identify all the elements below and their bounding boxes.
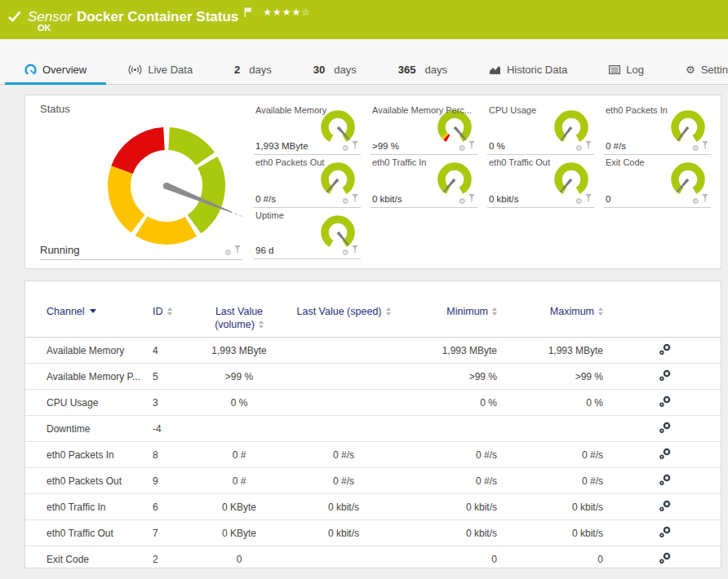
- tab-overview[interactable]: Overview: [24, 64, 87, 84]
- channel-row-downtime[interactable]: Downtime-4: [25, 416, 721, 442]
- channel-row-exit-code[interactable]: Exit Code2000: [25, 546, 721, 569]
- cell-last_speed: [285, 364, 402, 390]
- gear-icon[interactable]: ⚙: [575, 197, 583, 206]
- gear-icon[interactable]: ⚙: [459, 197, 466, 206]
- cell-minimum: [402, 416, 502, 442]
- gear-icon[interactable]: ⚙: [692, 197, 699, 206]
- cell-channel: Exit Code: [25, 546, 153, 569]
- gauge-last-value: 0: [606, 194, 610, 204]
- flag-icon[interactable]: [244, 6, 253, 20]
- column-header-last-value[interactable]: Last Value(volume): [193, 281, 285, 338]
- channel-row-cpu-usage[interactable]: CPU Usage30 %0 %0 %: [25, 390, 721, 416]
- channel-gauge-cell[interactable]: Available Memory 1,993 MByte ⚙: [254, 103, 361, 155]
- gauge-channel-title: Exit Code: [606, 157, 645, 167]
- gauge-last-value: 1,993 MByte: [255, 141, 309, 151]
- gear-icon[interactable]: ⚙: [224, 249, 232, 257]
- channel-row-eth0-packets-in[interactable]: eth0 Packets In80 #0 #/s0 #/s0 #/s: [25, 442, 721, 468]
- channel-row-available-memory-p-[interactable]: Available Memory P...5>99 %>99 %>99 %: [25, 364, 721, 390]
- channel-settings-gears-icon[interactable]: [659, 399, 672, 410]
- cell-last_speed: [285, 390, 402, 416]
- pin-icon[interactable]: [352, 138, 358, 152]
- pin-icon[interactable]: [468, 138, 475, 152]
- tab-365-days[interactable]: 365days: [398, 64, 447, 84]
- cell-minimum: 0 %: [402, 390, 502, 416]
- log-icon: [609, 65, 620, 74]
- channel-gauge-cell[interactable]: Exit Code 0 ⚙: [604, 155, 711, 208]
- column-header-maximum[interactable]: Maximum: [502, 281, 608, 338]
- gauge-channel-title: Available Memory: [255, 105, 326, 115]
- gauge-channel-title: Available Memory Perc...: [372, 105, 472, 115]
- pin-icon[interactable]: [352, 242, 358, 257]
- gauges-panel: Status Running ⚙ Available Memory 1,993 …: [24, 95, 721, 269]
- cell-channel: eth0 Traffic In: [25, 494, 153, 520]
- gear-icon[interactable]: ⚙: [342, 197, 349, 206]
- gear-icon: ⚙: [686, 66, 695, 74]
- pin-icon[interactable]: [352, 191, 358, 206]
- channels-table-panel: ChannelIDLast Value(volume)Last Value (s…: [24, 281, 721, 568]
- cell-id: 9: [153, 468, 193, 494]
- channel-gauge-cell[interactable]: eth0 Packets Out 0 #/s ⚙: [254, 155, 361, 208]
- column-header-channel[interactable]: Channel: [25, 281, 153, 338]
- channel-settings-gears-icon[interactable]: [659, 555, 672, 567]
- cell-minimum: 0 kbit/s: [402, 520, 502, 546]
- cell-last_volume: [193, 416, 285, 442]
- channel-settings-gears-icon[interactable]: [659, 373, 672, 384]
- tab-log[interactable]: Log: [609, 64, 644, 84]
- cell-minimum: 1,993 MByte: [402, 338, 502, 364]
- channel-gauge-cell[interactable]: eth0 Traffic Out 0 kbit/s ⚙: [487, 155, 594, 208]
- pin-icon[interactable]: [468, 191, 475, 206]
- channel-gauge-cell[interactable]: CPU Usage 0 % ⚙: [487, 103, 594, 155]
- pin-icon[interactable]: [585, 138, 592, 152]
- pin-icon[interactable]: [234, 242, 241, 257]
- channel-gauge-cell[interactable]: Available Memory Perc... >99 % ⚙: [371, 103, 477, 155]
- channel-settings-gears-icon[interactable]: [659, 529, 672, 541]
- pin-icon[interactable]: [585, 191, 592, 206]
- cell-id: 8: [153, 442, 193, 468]
- channel-row-eth0-traffic-in[interactable]: eth0 Traffic In60 KByte0 kbit/s0 kbit/s0…: [25, 494, 721, 520]
- channel-gauge-cell[interactable]: Uptime 96 d ⚙: [254, 208, 361, 259]
- gauge-last-value: 0 #/s: [606, 141, 626, 151]
- channel-row-available-memory[interactable]: Available Memory41,993 MByte1,993 MByte1…: [25, 338, 721, 364]
- column-header-id[interactable]: ID: [153, 281, 193, 338]
- tab-bar: Overview Live Data2days30days365days His…: [0, 39, 728, 85]
- cell-last_speed: [285, 338, 402, 364]
- tab-live-data[interactable]: Live Data: [128, 64, 193, 84]
- channel-settings-gears-icon[interactable]: [659, 347, 672, 358]
- tab-settings[interactable]: ⚙Settings: [686, 64, 728, 84]
- gear-icon[interactable]: ⚙: [575, 144, 583, 152]
- tab-label: days: [249, 64, 271, 76]
- tab-label: Live Data: [148, 64, 193, 76]
- channel-settings-gears-icon[interactable]: [659, 451, 672, 462]
- gear-icon[interactable]: ⚙: [342, 144, 349, 152]
- cell-id: 3: [153, 390, 193, 416]
- cell-last_volume: >99 %: [193, 364, 285, 390]
- gauge-last-value: 96 d: [255, 245, 273, 255]
- cell-maximum: 1,993 MByte: [502, 338, 608, 364]
- pin-icon[interactable]: [702, 138, 708, 152]
- cell-minimum: 0 kbit/s: [402, 494, 502, 520]
- channel-row-eth0-traffic-out[interactable]: eth0 Traffic Out70 KByte0 kbit/s0 kbit/s…: [25, 520, 721, 546]
- pin-icon[interactable]: [702, 191, 708, 206]
- channel-gauge-cell[interactable]: eth0 Traffic In 0 kbit/s ⚙: [371, 155, 477, 208]
- cell-maximum: [502, 416, 608, 442]
- column-header-last-value-speed-[interactable]: Last Value (speed): [285, 281, 402, 338]
- ok-check-icon: [8, 11, 21, 25]
- channel-settings-gears-icon[interactable]: [659, 477, 672, 488]
- cell-maximum: 0: [502, 546, 608, 569]
- gear-icon[interactable]: ⚙: [342, 249, 349, 257]
- tab-historic-data[interactable]: Historic Data: [489, 64, 567, 84]
- status-channel-cell[interactable]: Status Running ⚙: [40, 103, 242, 260]
- column-header-minimum[interactable]: Minimum: [402, 281, 502, 338]
- channel-row-eth0-packets-out[interactable]: eth0 Packets Out90 #0 #/s0 #/s0 #/s: [25, 468, 721, 494]
- channel-settings-gears-icon[interactable]: [659, 425, 672, 436]
- gear-icon[interactable]: ⚙: [459, 144, 466, 152]
- channel-settings-gears-icon[interactable]: [659, 503, 672, 515]
- tab-30-days[interactable]: 30days: [313, 64, 357, 84]
- tab-2-days[interactable]: 2days: [234, 64, 272, 84]
- gear-icon[interactable]: ⚙: [692, 144, 699, 152]
- column-header-actions: [608, 281, 721, 338]
- channel-gauge-cell[interactable]: eth0 Packets In 0 #/s ⚙: [604, 103, 711, 155]
- cell-last_speed: 0 kbit/s: [285, 494, 402, 520]
- tab-range-number: 2: [234, 64, 240, 76]
- priority-stars[interactable]: ★★★★☆: [263, 7, 311, 18]
